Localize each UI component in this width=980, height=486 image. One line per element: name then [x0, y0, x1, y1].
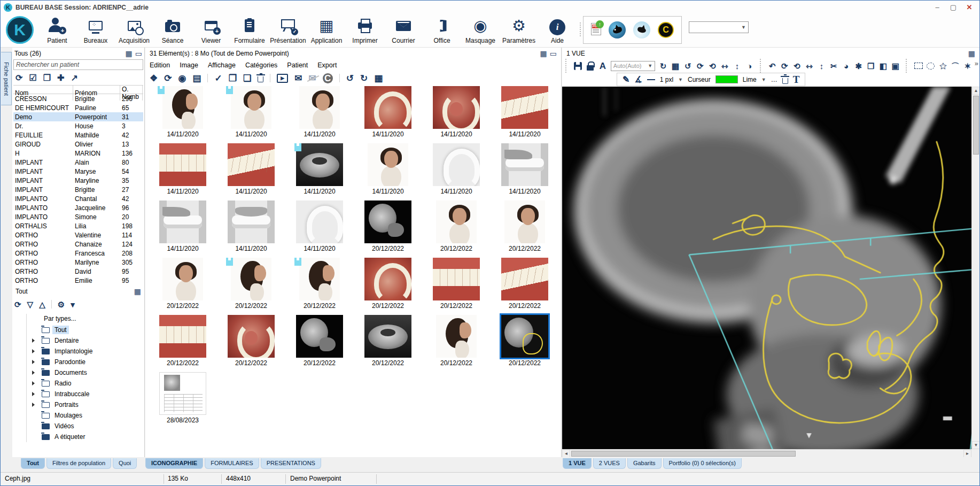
- fit-icon[interactable]: ❒: [867, 62, 875, 70]
- menu-image[interactable]: Image: [180, 61, 198, 69]
- toolbar-button-masquage[interactable]: ◉Masquage: [461, 15, 500, 46]
- tab-quoi[interactable]: Quoi: [113, 458, 137, 469]
- toolbar-button-courrier[interactable]: Courrier: [384, 15, 423, 46]
- split-icon[interactable]: ◧: [879, 62, 888, 70]
- tree-item-documents[interactable]: Documents: [31, 367, 143, 378]
- patient-row[interactable]: IMPLANTBrigitte27: [13, 185, 143, 194]
- scroll-right-icon[interactable]: ►: [963, 450, 971, 458]
- screen-icon[interactable]: ▭: [135, 50, 142, 57]
- toolbar-button-office[interactable]: Office: [423, 15, 461, 46]
- paste-icon[interactable]: ❏: [243, 74, 251, 83]
- rotate-cw90-icon[interactable]: ⟳: [696, 62, 704, 70]
- patient-row[interactable]: HMARION136: [13, 149, 143, 158]
- patient-row[interactable]: ORTHODavid95: [13, 267, 143, 276]
- chevron-down-icon[interactable]: ▼: [678, 77, 683, 82]
- tree-item-radio[interactable]: Radio: [31, 378, 143, 389]
- filter-type-icon[interactable]: △: [39, 300, 45, 308]
- toolbar-button-imprimer[interactable]: Imprimer: [346, 15, 384, 46]
- patient-row[interactable]: IMPLANTAlain80: [13, 158, 143, 167]
- contrast-icon[interactable]: ◑: [745, 62, 753, 70]
- thumbnail-item[interactable]: 20/12/2022: [491, 314, 559, 371]
- expand-arrow-icon[interactable]: [32, 392, 35, 396]
- tab-formulaires[interactable]: FORMULAIRES: [205, 458, 259, 469]
- grid-icon[interactable]: ▦: [540, 50, 547, 57]
- wand-icon[interactable]: ✶: [963, 62, 972, 70]
- toolbar-button-presentation[interactable]: Présentation: [269, 15, 307, 46]
- viewer-horizontal-scrollbar[interactable]: ◄ ►: [562, 449, 971, 457]
- patient-row[interactable]: GIROUDOlivier13: [13, 140, 143, 149]
- thumbnail-item[interactable]: 14/11/2020: [149, 199, 217, 257]
- thumbnail-item[interactable]: 14/11/2020: [217, 199, 285, 257]
- patient-row[interactable]: IMPLANTOChantal42: [13, 194, 143, 203]
- refresh-icon[interactable]: ⟳: [14, 300, 21, 308]
- flip-v-icon[interactable]: ↕: [733, 62, 741, 70]
- flip-h-icon[interactable]: ⇿: [720, 62, 729, 70]
- thumbnail-item[interactable]: 14/11/2020: [491, 142, 559, 199]
- patient-row[interactable]: IMPLANTMaryse54: [13, 167, 143, 176]
- screen-icon[interactable]: ▭: [550, 50, 557, 57]
- more-button[interactable]: …: [771, 76, 777, 83]
- reset-view-icon[interactable]: ↻: [659, 62, 667, 70]
- patient-row[interactable]: DE HEMRICOURTPauline65: [13, 103, 143, 112]
- add-patient-icon[interactable]: ✚: [57, 74, 64, 82]
- patient-row[interactable]: ORTHOFrancesca208: [13, 249, 143, 258]
- top-combobox[interactable]: ▼: [689, 21, 749, 33]
- tab-filtresdepopulation[interactable]: Filtres de population: [46, 458, 111, 469]
- tree-item-videos[interactable]: Vidéos: [31, 421, 143, 431]
- thumbnail-item[interactable]: 20/12/2022: [491, 199, 559, 257]
- thumbnail-item[interactable]: 28/08/2023: [149, 371, 217, 428]
- flip-v-icon[interactable]: ↕: [817, 62, 826, 70]
- patient-search-input[interactable]: [13, 59, 143, 70]
- minimize-button[interactable]: –: [929, 1, 945, 14]
- patient-row[interactable]: ORTHALISLilia198: [13, 221, 143, 230]
- tab-iconographie[interactable]: ICONOGRAPHIE: [145, 458, 203, 469]
- zoom-mode-combobox[interactable]: Auto(Auto)▼: [611, 61, 655, 71]
- thumbnail-item[interactable]: 14/11/2020: [491, 85, 559, 142]
- crop-icon[interactable]: ✂: [830, 62, 838, 70]
- tab-portfolio00selections[interactable]: Portfolio (0) 0 sélection(s): [663, 458, 742, 469]
- thumbnail-item[interactable]: 20/12/2022: [285, 257, 354, 314]
- pencil-icon[interactable]: ✎: [623, 75, 629, 84]
- toolbar-button-viewer[interactable]: Viewer: [192, 15, 230, 46]
- rotate-free-icon[interactable]: ↺: [683, 62, 692, 70]
- grid-icon[interactable]: ▦: [671, 62, 680, 70]
- export-csv-icon[interactable]: ↗: [71, 74, 78, 82]
- lasso-icon[interactable]: ⌒: [951, 62, 960, 70]
- rotate-cw90-icon[interactable]: ⟳: [780, 62, 789, 70]
- maximize-button[interactable]: ▢: [945, 1, 961, 14]
- grid-icon[interactable]: ▦: [126, 50, 133, 57]
- k-home-button[interactable]: K: [6, 16, 34, 44]
- flip-h-icon[interactable]: ⇿: [805, 62, 813, 70]
- patient-row[interactable]: Dr.House3: [13, 121, 143, 130]
- thumbnail-item[interactable]: 14/11/2020: [354, 142, 422, 199]
- eye-icon[interactable]: ◉: [178, 74, 186, 83]
- expand-arrow-icon[interactable]: [32, 371, 35, 375]
- select-ellipse-icon[interactable]: [927, 63, 935, 70]
- validate-icon[interactable]: ☑: [29, 74, 36, 82]
- scroll-left-icon[interactable]: ◄: [562, 450, 570, 458]
- palette-icon[interactable]: ◕: [842, 62, 851, 70]
- caret-icon[interactable]: ▾: [71, 300, 75, 308]
- thumbnail-item[interactable]: 14/11/2020: [422, 85, 491, 142]
- trash-icon[interactable]: [258, 74, 263, 82]
- patient-row[interactable]: IMPLANTMaryline35: [13, 176, 143, 185]
- refresh-icon[interactable]: ⟳: [15, 74, 22, 82]
- thumbnail-item[interactable]: 20/12/2022: [149, 314, 217, 371]
- rotate-cw-icon[interactable]: ↻: [360, 74, 368, 83]
- toolbar-button-formulaire[interactable]: Formulaire: [230, 15, 269, 46]
- patient-row[interactable]: ORTHOMarilyne305: [13, 258, 143, 267]
- thumbnail-item[interactable]: 20/12/2022: [285, 314, 354, 371]
- toolbar-button-aide[interactable]: Aide: [538, 15, 577, 46]
- select-rect-icon[interactable]: [914, 63, 923, 69]
- toolbar-button-application[interactable]: ▦Application: [307, 15, 346, 46]
- grid-icon[interactable]: ▦: [134, 288, 141, 295]
- tab-fiche-patient[interactable]: Fiche patient: [1, 52, 12, 105]
- expand-arrow-icon[interactable]: [32, 360, 35, 364]
- patient-row[interactable]: IMPLANTOJacqueline96: [13, 203, 143, 212]
- pdf-upload-button[interactable]: [591, 23, 601, 37]
- thumbnail-item[interactable]: 20/12/2022: [422, 199, 491, 257]
- thumbnail-item[interactable]: 20/12/2022: [217, 314, 285, 371]
- thumbnail-item[interactable]: 20/12/2022: [491, 257, 559, 314]
- enhance-icon[interactable]: ✱: [854, 62, 863, 70]
- menu-patient[interactable]: Patient: [287, 61, 308, 69]
